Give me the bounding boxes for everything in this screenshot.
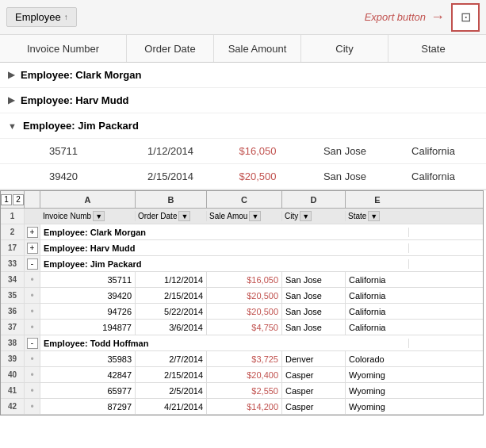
row-number: 42 [1, 399, 25, 414]
data-cell: 2/5/2014 [136, 383, 207, 398]
group-label-cell: Employee: Harv Mudd [40, 243, 409, 253]
expand-control: • [25, 383, 40, 398]
data-cell: $16,050 [207, 272, 282, 287]
city-cell-1: San Jose [301, 139, 388, 163]
top-bar: Employee ↑ Export button → ⊡ [0, 0, 486, 35]
excel-col-D: D [282, 191, 346, 208]
col-e-label: State [348, 212, 366, 220]
data-cell: 65977 [40, 383, 136, 398]
expand-control[interactable]: + [25, 224, 40, 239]
data-cell: Casper [282, 399, 346, 414]
data-cell: San Jose [282, 288, 346, 303]
expand-control: • [25, 272, 40, 287]
group-label-harv: Employee: Harv Mudd [21, 94, 129, 106]
group-row-harv-mudd[interactable]: ▶ Employee: Harv Mudd [0, 88, 486, 113]
expand-control: • [25, 367, 40, 382]
excel-data-row: 40•428472/15/2014$20,400CasperWyoming [1, 367, 483, 383]
excel-rows-container: 2+Employee: Clark Morgan17+Employee: Har… [1, 224, 483, 415]
employee-label: Employee [15, 11, 61, 23]
expand-control: • [25, 399, 40, 414]
data-cell: Denver [282, 351, 346, 366]
expand-btn[interactable]: + [27, 243, 38, 254]
group-label-cell: Employee: Jim Packard [40, 259, 409, 269]
expand-control[interactable]: - [25, 256, 40, 271]
expand-control: • [25, 288, 40, 303]
date-cell-2: 2/15/2014 [127, 164, 214, 189]
row-number: 33 [1, 256, 25, 271]
data-cell: California [346, 288, 409, 303]
state-cell-1: California [388, 139, 478, 163]
expand-icon-harv: ▶ [8, 95, 14, 105]
level-btn-1[interactable]: 1 [1, 194, 12, 205]
excel-data-row: 34•357111/12/2014$16,050San JoseCaliforn… [1, 272, 483, 288]
row-number: 41 [1, 383, 25, 398]
excel-data-row: 35•394202/15/2014$20,500San JoseCaliforn… [1, 288, 483, 304]
filter-cell-A1: Invoice Numb ▼ [40, 211, 136, 221]
level-buttons: 1 2 [1, 191, 25, 208]
invoice-cell-2: 39420 [0, 164, 127, 189]
excel-row-indicator-header [25, 191, 40, 208]
expand-btn[interactable]: + [27, 227, 38, 238]
excel-data-row: 41•659772/5/2014$2,550CasperWyoming [1, 383, 483, 399]
col-header-sale-amount: Sale Amount [214, 35, 301, 62]
data-cell: $20,500 [207, 288, 282, 303]
export-arrow-icon: → [431, 9, 445, 25]
row-number: 39 [1, 351, 25, 366]
data-cell: 42847 [40, 367, 136, 382]
sort-arrow-icon: ↑ [64, 13, 68, 21]
filter-btn-d[interactable]: ▼ [300, 211, 312, 221]
city-cell-2: San Jose [301, 164, 388, 189]
expand-control: • [25, 320, 40, 335]
excel-col-A: A [40, 191, 136, 208]
filter-btn-c[interactable]: ▼ [249, 211, 261, 221]
excel-data-row: 38-Employee: Todd Hoffman [1, 335, 483, 351]
data-cell: California [346, 304, 409, 319]
col-header-state: State [388, 35, 478, 62]
row-number: 37 [1, 320, 25, 335]
data-cell: California [346, 320, 409, 335]
date-cell-1: 1/12/2014 [127, 139, 214, 163]
data-cell: 1/12/2014 [136, 272, 207, 287]
row-number: 35 [1, 288, 25, 303]
row-number: 38 [1, 335, 25, 350]
expand-btn[interactable]: - [27, 338, 38, 349]
export-label: Export button [365, 11, 426, 23]
expand-control[interactable]: - [25, 335, 40, 350]
row-number: 40 [1, 367, 25, 382]
filter-cell-C1: Sale Amou ▼ [207, 211, 282, 221]
pivot-data-row-2: 39420 2/15/2014 $20,500 San Jose Califor… [0, 164, 486, 190]
data-cell: $3,725 [207, 351, 282, 366]
filter-btn-e[interactable]: ▼ [368, 211, 380, 221]
group-row-clark-morgan[interactable]: ▶ Employee: Clark Morgan [0, 63, 486, 88]
filter-btn-b[interactable]: ▼ [178, 211, 190, 221]
data-cell: Wyoming [346, 399, 409, 414]
data-cell: Wyoming [346, 367, 409, 382]
data-cell: $4,750 [207, 320, 282, 335]
export-button[interactable]: ⊡ [451, 3, 480, 32]
data-cell: 3/6/2014 [136, 320, 207, 335]
filter-cell-B1: Order Date ▼ [136, 211, 207, 221]
expand-icon-clark: ▶ [8, 70, 14, 80]
expand-btn[interactable]: - [27, 258, 38, 270]
expand-control: • [25, 351, 40, 366]
row-num-1: 1 [1, 209, 25, 224]
filter-cell-E1: State ▼ [346, 211, 409, 221]
row-number: 2 [1, 224, 25, 239]
excel-col-B: B [136, 191, 207, 208]
data-cell: Casper [282, 367, 346, 382]
col-b-label: Order Date [138, 212, 177, 220]
data-cell: 2/15/2014 [136, 288, 207, 303]
col-header-order-date: Order Date [127, 35, 214, 62]
group-row-jim-packard[interactable]: ▼ Employee: Jim Packard [0, 113, 486, 139]
filter-cell-D1: City ▼ [282, 211, 346, 221]
level-btn-2[interactable]: 2 [13, 194, 24, 205]
col-d-label: City [285, 212, 298, 220]
employee-sort-button[interactable]: Employee ↑ [6, 7, 77, 27]
data-cell: $2,550 [207, 383, 282, 398]
state-cell-2: California [388, 164, 478, 189]
group-label-cell: Employee: Todd Hoffman [40, 339, 409, 348]
row-number: 36 [1, 304, 25, 319]
filter-btn-a[interactable]: ▼ [93, 211, 105, 221]
pivot-data-row-1: 35711 1/12/2014 $16,050 San Jose Califor… [0, 139, 486, 164]
expand-control[interactable]: + [25, 240, 40, 255]
